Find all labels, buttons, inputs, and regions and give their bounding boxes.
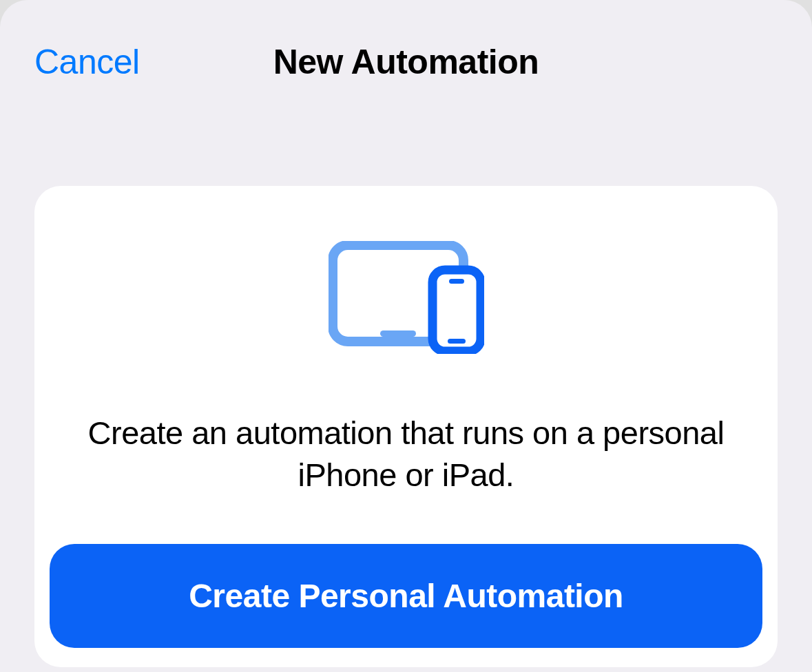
svg-rect-3 bbox=[449, 279, 464, 284]
sheet-header: Cancel New Automation bbox=[0, 34, 812, 90]
svg-rect-1 bbox=[380, 330, 416, 337]
page-title: New Automation bbox=[273, 42, 539, 82]
devices-icon bbox=[329, 241, 484, 357]
svg-rect-4 bbox=[448, 339, 466, 344]
card-description: Create an automation that runs on a pers… bbox=[50, 412, 762, 496]
create-personal-automation-button[interactable]: Create Personal Automation bbox=[50, 544, 762, 648]
personal-automation-card: Create an automation that runs on a pers… bbox=[34, 186, 778, 667]
cancel-button[interactable]: Cancel bbox=[34, 42, 140, 82]
new-automation-sheet: Cancel New Automation Create an automati… bbox=[0, 0, 812, 672]
